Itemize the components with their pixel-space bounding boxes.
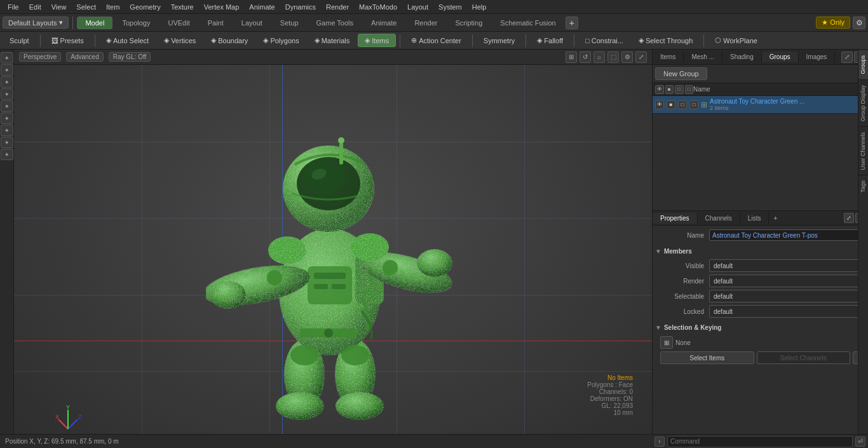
prop-tab-lists[interactable]: Lists — [740, 213, 770, 224]
left-panel-item-6[interactable]: ◈ — [1, 112, 13, 124]
menu-view[interactable]: View — [46, 2, 72, 12]
menu-item[interactable]: Item — [101, 2, 125, 12]
viewport-icon-settings[interactable]: ⚙ — [621, 51, 633, 63]
viewport-icon-expand[interactable]: ⤢ — [635, 51, 647, 63]
viewport-icon-zoom[interactable]: ⌕ — [593, 51, 605, 63]
advanced-tag[interactable]: Advanced — [66, 52, 103, 62]
left-panel-item-3[interactable]: ◈ — [1, 76, 13, 88]
menu-file[interactable]: File — [3, 2, 24, 12]
ray-gl-tag[interactable]: Ray GL: Off — [109, 52, 151, 62]
side-tab-user-channels[interactable]: User Channels — [858, 126, 868, 175]
tab-images[interactable]: Images — [799, 51, 836, 62]
render-dropdown[interactable]: default ▾ — [709, 275, 865, 287]
viewport-icon-rotate[interactable]: ↺ — [580, 51, 591, 63]
symmetry-button[interactable]: Symmetry — [477, 34, 522, 47]
presets-button[interactable]: 🖼 Presets — [44, 34, 91, 47]
constraints-button[interactable]: □ Constrai... — [578, 34, 630, 47]
item-eye-0[interactable]: 👁 — [655, 100, 664, 109]
tab-paint[interactable]: Paint — [200, 17, 232, 29]
side-tab-group-display[interactable]: Group Display — [858, 79, 868, 126]
star-only-button[interactable]: ★ Only — [816, 17, 850, 29]
left-panel-item-4[interactable]: ◈ — [1, 88, 13, 100]
item-lock-0[interactable]: □ — [678, 100, 687, 109]
expand-icon-right[interactable]: ⤢ — [841, 51, 853, 63]
left-panel-item-9[interactable]: ◈ — [1, 149, 13, 160]
tab-groups[interactable]: Groups — [762, 51, 799, 62]
menu-select[interactable]: Select — [71, 2, 101, 12]
members-section-header[interactable]: ▼ Members — [655, 245, 865, 257]
tools-bar: Sculpt 🖼 Presets ◈ Auto Select ◈ Vertice… — [0, 32, 868, 50]
prop-tab-add[interactable]: + — [769, 211, 782, 225]
tab-animate[interactable]: Animate — [363, 17, 405, 29]
side-tab-tags[interactable]: Tags — [858, 175, 868, 198]
command-expand-button[interactable]: › — [654, 437, 665, 447]
polygons-button[interactable]: ◈ Polygons — [256, 34, 306, 47]
sculpt-button[interactable]: Sculpt — [3, 34, 36, 47]
selectable-dropdown[interactable]: default ▾ — [709, 290, 865, 302]
menu-vertex-map[interactable]: Vertex Map — [199, 2, 245, 12]
sel-keying-header[interactable]: ▼ Selection & Keying — [655, 321, 865, 334]
tab-scripting[interactable]: Scripting — [447, 17, 491, 29]
axis-indicator: X Z Y — [52, 404, 84, 435]
falloff-button[interactable]: ◈ Falloff — [530, 34, 570, 47]
workplane-label: WorkPlane — [723, 37, 757, 44]
menu-geometry[interactable]: Geometry — [125, 2, 165, 12]
tab-game-tools[interactable]: Game Tools — [308, 17, 362, 29]
menu-help[interactable]: Help — [467, 2, 492, 12]
left-panel-item-1[interactable]: ◈ — [1, 52, 13, 64]
action-center-button[interactable]: ⊕ Action Center — [404, 34, 468, 47]
materials-button[interactable]: ◈ Materials — [308, 34, 357, 47]
menu-render[interactable]: Render — [321, 2, 354, 12]
prop-tab-channels[interactable]: Channels — [698, 213, 740, 224]
menu-system[interactable]: System — [433, 2, 467, 12]
menu-dynamics[interactable]: Dynamics — [280, 2, 321, 12]
settings-icon[interactable]: ⚙ — [853, 17, 865, 29]
tab-uvedit[interactable]: UVEdit — [159, 17, 198, 29]
tab-setup[interactable]: Setup — [272, 17, 307, 29]
locked-dropdown[interactable]: default ▾ — [709, 305, 865, 318]
vertices-button[interactable]: ◈ Vertices — [157, 34, 203, 47]
sel-grid-icon[interactable]: ⊞ — [660, 336, 673, 349]
left-panel-item-8[interactable]: ◈ — [1, 137, 13, 148]
menu-layout[interactable]: Layout — [402, 2, 433, 12]
auto-select-button[interactable]: ◈ Auto Select — [99, 34, 156, 47]
add-workspace-button[interactable]: + — [566, 17, 578, 29]
items-button[interactable]: ◈ Items — [358, 34, 396, 47]
tab-schematic-fusion[interactable]: Schematic Fusion — [492, 17, 564, 29]
left-panel-item-2[interactable]: ◈ — [1, 64, 13, 76]
visible-dropdown[interactable]: default ▾ — [709, 259, 865, 272]
select-channels-button[interactable]: Select Channels — [757, 351, 851, 364]
menu-maxtomodo[interactable]: MaxToModo — [354, 2, 402, 12]
item-render-0[interactable]: ■ — [667, 100, 675, 109]
tab-model[interactable]: Model — [77, 17, 112, 29]
tab-layout[interactable]: Layout — [233, 17, 271, 29]
tab-items[interactable]: Items — [653, 51, 684, 62]
viewport-icon-grid[interactable]: ⊞ — [566, 51, 577, 63]
name-input-field[interactable] — [709, 229, 865, 241]
left-panel-item-7[interactable]: ◈ — [1, 125, 13, 136]
prop-expand-icon-1[interactable]: ⤢ — [844, 213, 854, 223]
menu-animate[interactable]: Animate — [244, 2, 280, 12]
tab-shading[interactable]: Shading — [722, 51, 762, 62]
command-input[interactable] — [667, 436, 853, 447]
viewport-canvas[interactable]: No Items Polygons : Face Channels: 0 Def… — [14, 65, 652, 448]
layout-dropdown[interactable]: Default Layouts ▾ — [3, 17, 69, 29]
left-panel-item-5[interactable]: ◈ — [1, 100, 13, 112]
select-through-button[interactable]: ◈ Select Through — [632, 34, 700, 47]
new-group-button[interactable]: New Group — [655, 67, 707, 80]
viewport-icon-frame[interactable]: ⬚ — [607, 51, 619, 63]
item-row-0[interactable]: 👁 ■ □ □ ⊞ Astronaut Toy Character Green … — [653, 96, 868, 114]
tab-topology[interactable]: Topology — [114, 17, 158, 29]
tab-mesh[interactable]: Mesh ... — [684, 51, 722, 62]
menu-texture[interactable]: Texture — [166, 2, 199, 12]
boundary-button[interactable]: ◈ Boundary — [204, 34, 255, 47]
select-items-button[interactable]: Select Items — [660, 351, 754, 364]
perspective-tag[interactable]: Perspective — [19, 52, 61, 62]
command-run-button[interactable]: ⏎ — [855, 437, 865, 447]
menu-edit[interactable]: Edit — [24, 2, 46, 12]
side-tab-groups[interactable]: Groups — [858, 50, 868, 79]
item-extra-0[interactable]: □ — [689, 100, 698, 109]
tab-render[interactable]: Render — [406, 17, 445, 29]
workplane-button[interactable]: ⬡ WorkPlane — [708, 34, 764, 47]
prop-tab-properties[interactable]: Properties — [653, 213, 698, 224]
